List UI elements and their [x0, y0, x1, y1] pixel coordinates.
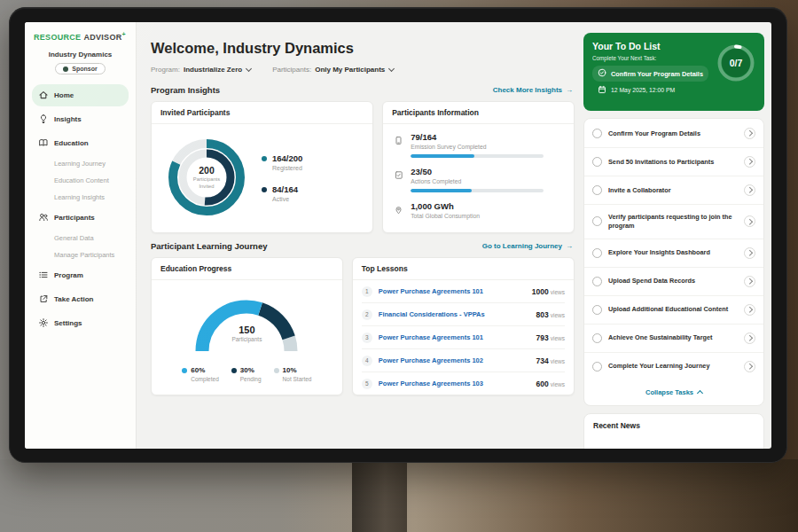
sidebar-item-settings[interactable]: Settings — [32, 312, 129, 334]
section-title-program-insights: Program Insights — [151, 85, 220, 95]
sidebar-item-learning-journey[interactable]: Learning Journey — [32, 155, 129, 172]
lesson-link[interactable]: Power Purchase Agreements 103 — [379, 379, 530, 387]
lesson-link[interactable]: Financial Considerations - VPPAs — [379, 310, 530, 318]
sidebar-item-take-action[interactable]: Take Action — [32, 288, 129, 310]
check-more-insights-link[interactable]: Check More Insights → — [493, 86, 573, 94]
people-icon — [38, 212, 49, 224]
chevron-right-icon[interactable] — [744, 128, 755, 139]
chevron-right-icon[interactable] — [744, 184, 755, 196]
monitor-stand — [352, 459, 407, 532]
task-checkbox[interactable] — [592, 129, 602, 138]
chevron-right-icon[interactable] — [744, 276, 755, 287]
card-title: Invited Participants — [152, 102, 372, 124]
participants-filter-value: Only My Participants — [315, 66, 385, 74]
chevron-right-icon[interactable] — [744, 304, 755, 316]
lesson-row[interactable]: 1 Power Purchase Agreements 101 1000view… — [362, 280, 565, 303]
todo-progress-count: 0/7 — [716, 43, 756, 83]
go-to-learning-journey-link[interactable]: Go to Learning Journey → — [482, 242, 573, 250]
lesson-link[interactable]: Power Purchase Agreements 102 — [379, 356, 530, 364]
task-row[interactable]: Send 50 Invitations to Participants — [584, 148, 763, 176]
monitor: RESOURCE ADVISOR+ Industry Dynamics Spon… — [9, 7, 787, 463]
lesson-views: 734views — [536, 356, 565, 365]
task-checkbox[interactable] — [592, 248, 602, 258]
sidebar-item-education-content[interactable]: Education Content — [32, 172, 129, 189]
task-checkbox[interactable] — [592, 277, 602, 286]
lesson-rank: 2 — [362, 309, 372, 320]
page-title: Welcome, Industry Dynamics — [151, 40, 575, 57]
sidebar-item-insights[interactable]: Insights — [32, 108, 129, 130]
chevron-up-icon — [697, 390, 703, 396]
emission-survey-progress-bar — [411, 154, 544, 158]
task-checkbox[interactable] — [592, 333, 602, 343]
learning-journey-cards: Education Progress 150 Participants — [151, 257, 575, 395]
task-row[interactable]: Verify participants requesting to join t… — [584, 205, 763, 239]
sidebar-item-label: Program — [54, 271, 83, 279]
task-row[interactable]: Upload Spend Data Records — [584, 268, 763, 296]
sidebar-item-home[interactable]: Home — [32, 84, 129, 106]
invited-participants-donut: 200 Participants Invited — [160, 131, 253, 223]
sidebar-item-education[interactable]: Education — [32, 132, 129, 154]
legend-dot — [262, 187, 267, 192]
lesson-row[interactable]: 2 Financial Considerations - VPPAs 803vi… — [362, 303, 565, 326]
lesson-rank: 3 — [362, 332, 372, 343]
sponsor-badge[interactable]: Sponsor — [55, 63, 105, 74]
sidebar-item-general-data[interactable]: General Data — [32, 230, 129, 246]
sidebar-item-program[interactable]: Program — [32, 264, 129, 286]
task-checkbox[interactable] — [592, 305, 602, 315]
invited-participants-card: Invited Participants 200 — [151, 101, 373, 233]
chevron-right-icon[interactable] — [744, 332, 755, 344]
task-row[interactable]: Invite a Collaborator — [584, 176, 763, 205]
task-row[interactable]: Explore Your Insights Dashboard — [584, 239, 763, 268]
app-logo: RESOURCE ADVISOR+ — [32, 31, 129, 42]
gear-icon — [38, 317, 49, 330]
lesson-rank: 1 — [362, 286, 372, 297]
home-icon — [38, 90, 49, 102]
sidebar-item-label: Education — [54, 139, 89, 147]
emission-survey-icon — [394, 133, 403, 158]
collapse-tasks-button[interactable]: Collapse Tasks — [584, 380, 763, 404]
sidebar: RESOURCE ADVISOR+ Industry Dynamics Spon… — [25, 22, 137, 449]
sidebar-item-manage-participants[interactable]: Manage Participants — [32, 246, 129, 263]
chevron-right-icon[interactable] — [744, 215, 755, 227]
todo-panel: Your To Do List Complete Your Next Task:… — [583, 22, 771, 449]
learning-journey-header: Participant Learning Journey Go to Learn… — [151, 241, 573, 251]
task-checkbox[interactable] — [592, 185, 602, 195]
chevron-right-icon[interactable] — [744, 361, 755, 372]
lesson-rank: 4 — [362, 356, 372, 366]
task-row[interactable]: Achieve One Sustainability Target — [584, 325, 763, 353]
task-row[interactable]: Confirm Your Program Details — [584, 120, 763, 148]
task-checkbox[interactable] — [592, 216, 602, 226]
task-row[interactable]: Upload Additional Educational Content — [584, 296, 763, 325]
chevron-right-icon[interactable] — [744, 156, 755, 168]
logo-advisor: ADVISOR+ — [83, 31, 126, 42]
program-insights-cards: Invited Participants 200 — [151, 101, 575, 233]
task-checkbox[interactable] — [592, 362, 602, 372]
program-filter[interactable]: Program: Industrialize Zero — [151, 66, 251, 74]
legend-registered: 164/200 Registered — [262, 153, 302, 171]
sidebar-item-participants[interactable]: Participants — [32, 207, 129, 229]
participants-filter[interactable]: Participants: Only My Participants — [272, 66, 394, 74]
sidebar-item-label: Settings — [54, 319, 82, 327]
lesson-views: 1000views — [532, 287, 565, 296]
lesson-views: 793views — [536, 333, 565, 342]
card-title: Top Lessons — [353, 258, 574, 280]
lesson-row[interactable]: 4 Power Purchase Agreements 102 734views — [362, 349, 565, 372]
book-icon — [38, 137, 49, 150]
chevron-right-icon[interactable] — [744, 247, 755, 259]
task-row[interactable]: Complete Your Learning Journey — [584, 353, 763, 380]
lesson-views: 803views — [536, 310, 565, 319]
lesson-link[interactable]: Power Purchase Agreements 101 — [379, 287, 526, 295]
lesson-link[interactable]: Power Purchase Agreements 101 — [379, 333, 530, 341]
location-pin-icon — [394, 202, 403, 223]
legend-dot — [182, 368, 187, 373]
arrow-right-icon: → — [566, 86, 573, 94]
lesson-row[interactable]: 5 Power Purchase Agreements 103 600views — [362, 372, 565, 395]
app-window: RESOURCE ADVISOR+ Industry Dynamics Spon… — [25, 22, 771, 449]
arrow-right-icon: → — [566, 242, 573, 250]
next-task[interactable]: Confirm Your Program Details — [592, 66, 708, 82]
task-checkbox[interactable] — [592, 157, 602, 167]
sidebar-item-learning-insights[interactable]: Learning Insights — [32, 189, 129, 206]
logo-resource: RESOURCE — [34, 33, 81, 42]
program-insights-header: Program Insights Check More Insights → — [151, 85, 573, 95]
lesson-row[interactable]: 3 Power Purchase Agreements 101 793views — [362, 326, 565, 349]
